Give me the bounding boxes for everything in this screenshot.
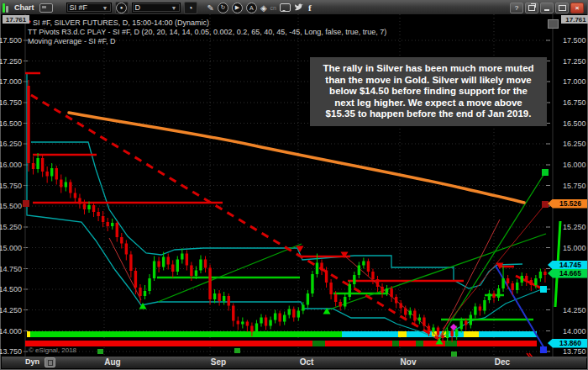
month-label: Oct [300,357,314,367]
study-line-ma: Moving Average - SI #F, D [28,37,115,45]
active-indicator2-icon [6,6,8,13]
axis-top-price-right: 17.761 [561,15,588,24]
price-tag: 15.526 [548,199,587,209]
interval-value: D [135,3,168,12]
price-tick-label: 15.750 [0,182,22,190]
price-tick-label: 15.750 [563,182,586,190]
price-tick-label: 16.750 [563,98,586,107]
axis-top-price-left: 17.761 [3,15,29,24]
price-tick-label: 17.500 [0,36,22,45]
draw-pencil-icon[interactable]: ✎ [207,3,214,13]
symbol-combo[interactable]: SI #F ▼ [66,3,112,13]
app-label: Chart [14,3,34,12]
price-tick-label: 16.500 [563,119,586,128]
search-icon: ● [116,3,127,13]
price-tick-label: 14.750 [0,265,22,273]
month-label: Sep [211,357,226,367]
price-tag: 14.745 [548,261,587,270]
price-tick-label: 13.750 [0,347,22,356]
annotate-tool-icon[interactable]: A [246,3,257,13]
lock-icon[interactable] [45,357,55,367]
price-tick-label: 16.250 [0,140,22,148]
price-tick-label: 15.250 [563,223,586,231]
help-label: ? [515,4,518,12]
price-tick-label: 17.500 [563,36,586,45]
chat-icon[interactable] [280,3,291,12]
eraser-tool-icon[interactable]: ◈ [260,3,267,13]
price-tick-label: 17.000 [563,77,586,86]
chevron-down-icon: ▼ [102,5,108,11]
price-tick-label: 14.000 [0,327,22,336]
price-tick-label: 15.000 [0,244,22,252]
window-link-icon[interactable] [39,3,53,13]
active-indicator-icon [3,3,5,13]
interval-combo[interactable]: D ▼ [132,3,181,13]
month-label: Aug [104,357,120,367]
close-icon: × [575,4,580,12]
copyright-label: © eSignal, 2018 [29,346,76,354]
price-tick-label: 15.250 [0,223,22,231]
price-tick-label: 14.250 [563,306,586,314]
study-line-pivots: TT Pivots R3.d.C PLAY - SI #F, D (20, 20… [28,28,386,36]
dyn-button[interactable]: Dyn [25,357,39,366]
annotation-line: next leg higher. We expect a move above [312,98,544,109]
chart-title-line: * SI #F, SILVER FUTURES, D, 15:00-14:00 … [28,18,209,27]
price-tick-label: 15.000 [563,244,586,252]
price-tick-label: 14.000 [563,327,586,336]
price-tick-label: 16.000 [563,161,586,169]
annotation-line: $15.35 to happen before the end of Jan 2… [312,108,544,120]
chart-window: Chart SI #F ▼ ● D ▼ ◔ ✎ ↻ ▶ A ◈ cn f ? [0,0,588,370]
restore-button[interactable] [525,3,538,13]
chart-area: * SI #F, SILVER FUTURES, D, 15:00-14:00 … [2,14,586,346]
price-tag: 13.860 [548,339,587,348]
minimize-icon [544,9,549,11]
chart-mini-button[interactable] [548,19,559,29]
analysis-annotation: The rally in Silver has been much more m… [310,57,547,126]
minimize-button[interactable] [540,3,554,13]
annotation-line: The rally in Silver has been much more m… [312,63,544,75]
symbol-value: SI #F [70,3,99,12]
price-tick-label: 16.750 [0,98,22,107]
annotation-line: than the move in Gold. Silver will likel… [312,75,544,87]
price-tick-label: 14.250 [0,306,22,314]
time-template-button[interactable]: ◔ [184,2,197,14]
clock-icon: ◔ [187,3,192,13]
price-tick-label: 16.000 [0,161,22,169]
price-tick-label: 16.500 [0,119,22,128]
title-bar: Chart SI #F ▼ ● D ▼ ◔ ✎ ↻ ▶ A ◈ cn f ? [1,1,587,14]
price-tick-label: 15.500 [0,202,22,210]
chevron-down-icon: ▼ [171,5,177,11]
help-button[interactable]: ? [510,3,523,13]
time-axis-bar: Dyn AugSepOctNovDec [2,357,586,368]
twitter-icon[interactable] [294,3,305,12]
title-text: SI #F, SILVER FUTURES, D, 15:00-14:00 (D… [31,18,209,27]
price-tick-label: 14.500 [0,285,22,293]
month-label: Nov [401,357,417,367]
close-button[interactable]: × [570,3,584,13]
price-tick-label: 17.250 [563,57,586,66]
price-tick-label: 17.000 [0,77,22,86]
price-tag: 14.665 [548,269,587,278]
trendline-tool-icon[interactable]: ↻ [218,3,228,13]
restore-icon [528,5,535,11]
price-tick-label: 16.250 [563,140,586,148]
maximize-icon [559,5,566,11]
replay-play-icon[interactable]: ▶ [232,3,243,13]
price-tick-label: 13.750 [563,347,586,356]
maximize-button[interactable] [555,3,569,13]
month-label: Dec [495,357,510,367]
symbol-search-button[interactable]: ● [115,2,129,14]
misc-label: cn [270,5,276,11]
facebook-icon[interactable]: f [308,3,312,13]
annotation-line: below $14.50 before finding support for … [312,86,544,98]
price-tick-label: 17.250 [0,57,22,66]
